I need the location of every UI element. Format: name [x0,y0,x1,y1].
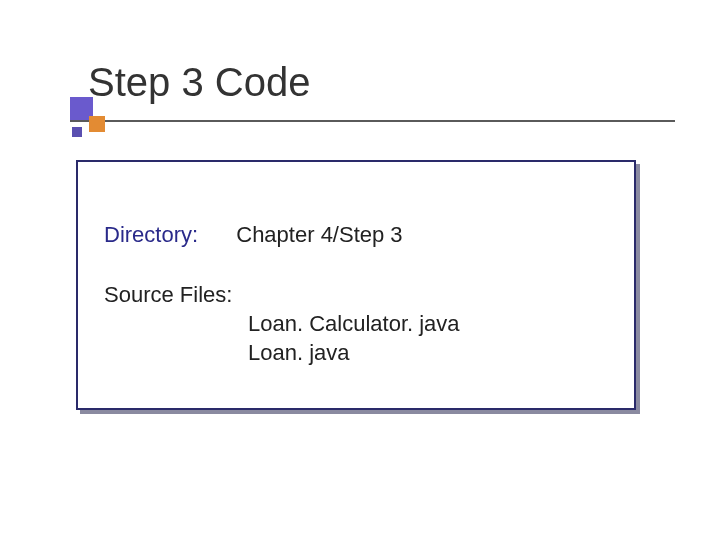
source-file-2: Loan. java [248,339,460,368]
directory-row: Directory: Chapter 4/Step 3 [104,222,403,248]
source-files-list: Loan. Calculator. java Loan. java [248,310,460,367]
source-file-1: Loan. Calculator. java [248,310,460,339]
title-rule [70,120,675,122]
source-files-label: Source Files: [104,282,232,308]
decor-square-orange [89,116,105,132]
directory-value: Chapter 4/Step 3 [236,222,402,247]
directory-label: Directory: [104,222,198,247]
decor-square-purple-small [72,127,82,137]
slide-title: Step 3 Code [88,60,310,104]
content-box: Directory: Chapter 4/Step 3 Source Files… [76,160,636,410]
slide: Step 3 Code Directory: Chapter 4/Step 3 … [0,0,720,540]
title-block: Step 3 Code [88,60,310,104]
